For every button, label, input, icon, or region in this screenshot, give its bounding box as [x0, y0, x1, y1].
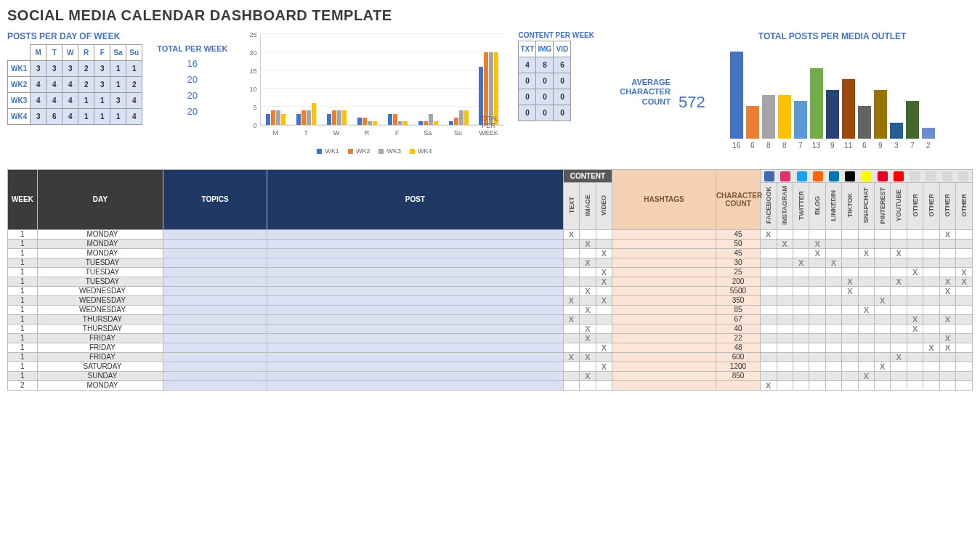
media-cell[interactable] [793, 305, 809, 314]
media-cell[interactable] [793, 371, 809, 380]
week-cell[interactable]: 1 [8, 305, 38, 314]
media-cell[interactable] [956, 229, 973, 239]
media-cell[interactable] [842, 258, 858, 267]
cpw-cell[interactable]: 0 [554, 89, 571, 105]
media-cell[interactable] [761, 343, 777, 352]
media-cell[interactable] [809, 258, 825, 267]
post-cell[interactable] [267, 314, 563, 324]
hashtags-cell[interactable] [612, 258, 716, 267]
hashtags-cell[interactable] [612, 371, 716, 380]
hashtags-cell[interactable] [612, 352, 716, 362]
image-cell[interactable]: X [580, 305, 596, 314]
media-cell[interactable] [809, 314, 825, 324]
media-cell[interactable] [875, 277, 891, 286]
media-cell[interactable] [825, 314, 841, 324]
hashtags-cell[interactable] [612, 295, 716, 305]
cpw-cell[interactable]: 0 [519, 105, 536, 121]
media-cell[interactable] [891, 286, 907, 295]
media-cell[interactable]: X [907, 267, 923, 277]
text-cell[interactable] [563, 258, 579, 267]
media-cell[interactable] [891, 239, 907, 248]
media-cell[interactable] [956, 343, 973, 352]
table-row[interactable]: 1MONDAYX45XXX [8, 248, 973, 258]
text-cell[interactable] [563, 239, 579, 248]
media-cell[interactable] [777, 362, 793, 371]
media-cell[interactable] [825, 380, 841, 390]
media-cell[interactable]: X [809, 248, 825, 258]
cpw-cell[interactable]: 0 [554, 105, 571, 121]
media-cell[interactable] [939, 380, 955, 390]
media-cell[interactable] [761, 248, 777, 258]
cpw-cell[interactable]: 0 [519, 89, 536, 105]
ppd-cell[interactable]: 4 [126, 93, 142, 109]
day-cell[interactable]: FRIDAY [37, 333, 163, 343]
week-cell[interactable]: 1 [8, 258, 38, 267]
calendar-table[interactable]: WEEK DAY TOPICS POST CONTENT HASHTAGS CH… [7, 169, 973, 391]
video-cell[interactable]: X [596, 248, 612, 258]
media-cell[interactable] [875, 229, 891, 239]
media-cell[interactable] [875, 239, 891, 248]
post-cell[interactable] [267, 248, 563, 258]
post-cell[interactable] [267, 258, 563, 267]
media-cell[interactable] [793, 267, 809, 277]
video-cell[interactable] [596, 258, 612, 267]
video-cell[interactable]: X [596, 295, 612, 305]
week-cell[interactable]: 1 [8, 295, 38, 305]
topics-cell[interactable] [163, 333, 267, 343]
media-cell[interactable] [858, 343, 874, 352]
hashtags-cell[interactable] [612, 305, 716, 314]
charcount-cell[interactable]: 67 [716, 314, 760, 324]
media-cell[interactable] [875, 267, 891, 277]
ppd-cell[interactable]: 4 [46, 93, 62, 109]
media-cell[interactable] [923, 314, 939, 324]
ppd-cell[interactable]: 3 [31, 109, 46, 125]
ppd-cell[interactable]: 1 [126, 61, 142, 77]
media-cell[interactable] [891, 343, 907, 352]
media-cell[interactable] [793, 314, 809, 324]
hashtags-cell[interactable] [612, 229, 716, 239]
post-cell[interactable] [267, 343, 563, 352]
media-cell[interactable]: X [809, 239, 825, 248]
image-cell[interactable] [580, 380, 596, 390]
week-cell[interactable]: 1 [8, 239, 38, 248]
media-cell[interactable] [858, 333, 874, 343]
topics-cell[interactable] [163, 380, 267, 390]
table-row[interactable]: 1MONDAYX50XX [8, 239, 973, 248]
media-cell[interactable] [793, 343, 809, 352]
media-cell[interactable] [761, 362, 777, 371]
media-cell[interactable] [891, 295, 907, 305]
media-cell[interactable] [956, 286, 973, 295]
media-cell[interactable] [875, 380, 891, 390]
media-cell[interactable] [923, 267, 939, 277]
week-cell[interactable]: 1 [8, 333, 38, 343]
media-cell[interactable] [793, 229, 809, 239]
post-cell[interactable] [267, 305, 563, 314]
media-cell[interactable] [761, 352, 777, 362]
ppd-cell[interactable]: 4 [126, 109, 142, 125]
media-cell[interactable] [939, 362, 955, 371]
media-cell[interactable] [858, 324, 874, 333]
image-cell[interactable] [580, 295, 596, 305]
day-cell[interactable]: MONDAY [37, 380, 163, 390]
media-cell[interactable] [858, 229, 874, 239]
media-cell[interactable] [793, 362, 809, 371]
media-cell[interactable] [777, 248, 793, 258]
media-cell[interactable] [825, 239, 841, 248]
media-cell[interactable] [939, 295, 955, 305]
media-cell[interactable] [825, 343, 841, 352]
media-cell[interactable]: X [956, 277, 973, 286]
ppd-cell[interactable]: 1 [78, 93, 94, 109]
media-cell[interactable]: X [875, 362, 891, 371]
media-cell[interactable]: X [939, 286, 955, 295]
table-row[interactable]: 1THURSDAYX40X [8, 324, 973, 333]
media-cell[interactable] [825, 371, 841, 380]
ppd-cell[interactable]: 3 [110, 93, 126, 109]
table-row[interactable]: 1FRIDAYX48XX [8, 343, 973, 352]
text-cell[interactable] [563, 333, 579, 343]
media-cell[interactable] [875, 314, 891, 324]
post-cell[interactable] [267, 324, 563, 333]
media-cell[interactable] [793, 295, 809, 305]
media-cell[interactable] [956, 352, 973, 362]
media-cell[interactable] [875, 371, 891, 380]
table-row[interactable]: 1TUESDAYX30XX [8, 258, 973, 267]
